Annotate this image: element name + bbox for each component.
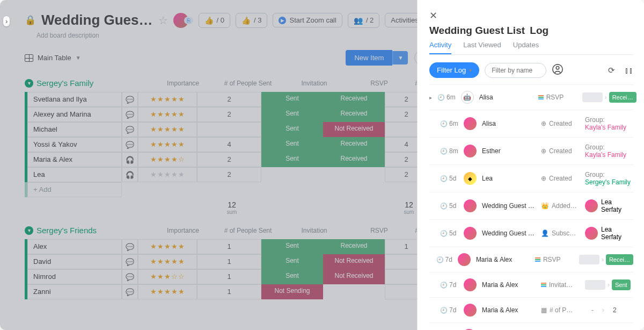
- cell-rsvp[interactable]: Received: [323, 152, 385, 167]
- row-name[interactable]: Svetlana and Ilya: [27, 92, 122, 107]
- cell-importance[interactable]: ★★★★★: [138, 239, 197, 254]
- cell-invitation[interactable]: Sent: [261, 152, 323, 167]
- cell-rsvp[interactable]: Received: [323, 239, 385, 254]
- start-zoom-button[interactable]: ▶Start Zoom call: [273, 13, 342, 27]
- expand-icon[interactable]: ▸: [429, 95, 432, 101]
- cell-importance[interactable]: ★★★★★: [138, 137, 197, 152]
- group-collapse-icon[interactable]: ▾: [25, 226, 33, 235]
- filter-by-name-input[interactable]: [485, 63, 546, 78]
- filter-log-button[interactable]: Filter Log▾: [429, 62, 479, 78]
- group-name[interactable]: Sergey's Friends: [36, 226, 150, 235]
- chat-icon[interactable]: 💬: [122, 269, 138, 284]
- log-entry[interactable]: 🕘7dMaria & Alex▦# of P…-›2: [429, 298, 633, 323]
- cell-people-sent[interactable]: 1: [197, 269, 261, 284]
- likes-pill[interactable]: 👍/ 3: [236, 13, 267, 28]
- cell-importance[interactable]: ★★★★☆: [138, 152, 197, 167]
- cell-rsvp[interactable]: Not Received: [323, 254, 385, 269]
- tab-updates[interactable]: Updates: [513, 41, 539, 54]
- log-entry[interactable]: 🕘5dWedding Guest List👤Subsc…Lea Serfaty: [429, 220, 633, 247]
- cell-invitation[interactable]: Sent: [261, 254, 323, 269]
- row-name[interactable]: Lea: [27, 167, 122, 182]
- cell-importance[interactable]: ★★★★★: [138, 167, 197, 182]
- cell-importance[interactable]: ★★★★★: [138, 254, 197, 269]
- cell-people-sent[interactable]: 2: [197, 167, 261, 182]
- cell-importance[interactable]: ★★★☆☆: [138, 269, 197, 284]
- cell-invitation[interactable]: Sent: [261, 122, 323, 137]
- cell-rsvp[interactable]: [323, 167, 385, 182]
- log-entry[interactable]: ▸🕘6m🤖AlisaRSVP›Recei…: [429, 85, 633, 110]
- cell-rsvp[interactable]: Not Received: [323, 122, 385, 137]
- board-owner-avatar[interactable]: ⎘: [173, 13, 193, 28]
- new-item-dropdown[interactable]: ▼: [392, 51, 408, 64]
- cell-people-sent[interactable]: 1: [197, 254, 261, 269]
- chat-icon[interactable]: 💬: [122, 122, 138, 137]
- cell-people-sent[interactable]: 1: [197, 239, 261, 254]
- log-entry[interactable]: 🕘8mEsther⊕CreatedGroup:Kayla's Family: [429, 138, 633, 165]
- log-entry[interactable]: 🕘5d◆Lea⊕CreatedGroup:Sergey's Family: [429, 165, 633, 192]
- chat-icon[interactable]: 🎧: [122, 167, 138, 182]
- log-item-name: Lea: [482, 175, 536, 182]
- close-icon[interactable]: ✕: [429, 10, 633, 21]
- chat-icon[interactable]: 🎧: [122, 152, 138, 167]
- log-action: ⊕Created: [541, 175, 580, 182]
- new-item-button[interactable]: New Item: [346, 50, 392, 66]
- group-name[interactable]: Sergey's Family: [36, 78, 150, 88]
- cell-invitation[interactable]: [261, 167, 323, 182]
- log-entry[interactable]: 🕘5dWedding Guest List👑Added…Lea Serfaty: [429, 192, 633, 220]
- cell-people-sent[interactable]: [197, 122, 261, 137]
- person-filter-icon[interactable]: [552, 63, 564, 77]
- cell-rsvp[interactable]: Received: [323, 137, 385, 152]
- view-selector[interactable]: Main Table ▼: [25, 54, 81, 62]
- row-name[interactable]: Maria & Alex: [27, 152, 122, 167]
- avatar: [464, 117, 477, 130]
- log-time: 🕘5d: [440, 175, 458, 182]
- cell-people-sent[interactable]: 2: [197, 152, 261, 167]
- members-pill[interactable]: 👥/ 2: [348, 13, 379, 28]
- row-name[interactable]: Alexey and Marina: [27, 107, 122, 122]
- cell-invitation[interactable]: Sent: [261, 137, 323, 152]
- expand-handle[interactable]: ›: [3, 16, 10, 26]
- cell-importance[interactable]: ★★★★★: [138, 122, 197, 137]
- cell-importance[interactable]: ★★★★★: [138, 284, 197, 299]
- row-name[interactable]: Yossi & Yakov: [27, 137, 122, 152]
- cell-rsvp[interactable]: Received: [323, 107, 385, 122]
- chat-icon[interactable]: 💬: [122, 92, 138, 107]
- tab-last-viewed[interactable]: Last Viewed: [463, 41, 501, 54]
- refresh-icon[interactable]: ⟳: [608, 66, 615, 75]
- chat-icon[interactable]: 💬: [122, 284, 138, 299]
- row-name[interactable]: Zanni: [27, 284, 122, 299]
- log-item-name: Maria & Alex: [476, 256, 530, 263]
- log-entry[interactable]: 🕘7dMaria & Alex☆Impor…★★★★›★★★★: [429, 323, 633, 330]
- log-entry[interactable]: 🕘6mAlisa⊕CreatedGroup:Kayla's Family: [429, 110, 633, 138]
- cell-invitation[interactable]: Sent: [261, 92, 323, 107]
- group-collapse-icon[interactable]: ▾: [25, 79, 33, 88]
- log-entry[interactable]: 🕘7dMaria & AlexRSVP›Recei…: [429, 247, 633, 272]
- cell-invitation[interactable]: Sent: [261, 239, 323, 254]
- log-entry[interactable]: 🕘7dMaria & AlexInvitat…›Sent: [429, 272, 633, 298]
- chat-icon[interactable]: 💬: [122, 137, 138, 152]
- cell-rsvp[interactable]: Received: [323, 92, 385, 107]
- favorite-star-icon[interactable]: ☆: [158, 14, 168, 27]
- cell-invitation[interactable]: Not Sending: [261, 284, 323, 299]
- cell-people-sent[interactable]: 2: [197, 92, 261, 107]
- cell-rsvp[interactable]: Not Received: [323, 269, 385, 284]
- cell-importance[interactable]: ★★★★★: [138, 107, 197, 122]
- row-name[interactable]: David: [27, 254, 122, 269]
- chat-icon[interactable]: 💬: [122, 254, 138, 269]
- reactions-pill[interactable]: 👍/ 0: [199, 13, 230, 28]
- row-name[interactable]: Michael: [27, 122, 122, 137]
- cell-importance[interactable]: ★★★★★: [138, 92, 197, 107]
- view-label: Main Table: [38, 54, 71, 62]
- cell-invitation[interactable]: Sent: [261, 107, 323, 122]
- cell-people-sent[interactable]: 4: [197, 137, 261, 152]
- row-name[interactable]: Alex: [27, 239, 122, 254]
- tab-activity[interactable]: Activity: [429, 41, 451, 54]
- chat-icon[interactable]: 💬: [122, 107, 138, 122]
- cell-people-sent[interactable]: 1: [197, 284, 261, 299]
- map-icon[interactable]: ⫿⫿: [625, 66, 633, 75]
- row-name[interactable]: Nimrod: [27, 269, 122, 284]
- chat-icon[interactable]: 💬: [122, 239, 138, 254]
- cell-rsvp[interactable]: [323, 284, 385, 299]
- cell-people-sent[interactable]: 2: [197, 107, 261, 122]
- cell-invitation[interactable]: Sent: [261, 269, 323, 284]
